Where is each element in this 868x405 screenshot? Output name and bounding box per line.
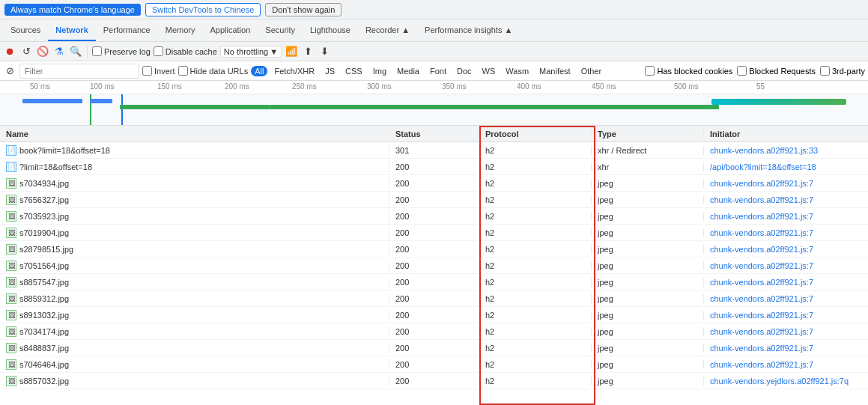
tick-500ms: 500 ms (674, 82, 699, 91)
cell-initiator: chunk-vendors.a02ff921.js:7 (704, 360, 868, 369)
tab-security[interactable]: Security (258, 19, 303, 41)
cell-status: 200 (389, 344, 479, 353)
upload-icon[interactable]: ⬆ (301, 45, 315, 58)
table-row[interactable]: 🖼 s7034934.jpg 200 h2 jpeg chunk-vendors… (0, 175, 868, 192)
tick-100ms: 100 ms (90, 82, 115, 91)
timeline-req-bar-1 (22, 99, 82, 103)
dont-show-button[interactable]: Don't show again (265, 3, 342, 16)
file-icon: 🖼 (6, 261, 16, 271)
filter-type-fetch-xhr[interactable]: Fetch/XHR (270, 66, 318, 76)
tab-performance[interactable]: Performance (96, 19, 158, 41)
file-icon: 🖼 (6, 277, 16, 287)
cell-protocol: h2 (479, 212, 592, 221)
header-name: Name (0, 130, 389, 138)
filter-type-wasm[interactable]: Wasm (502, 66, 532, 76)
file-icon: 🖼 (6, 228, 16, 238)
cell-protocol: h2 (479, 162, 592, 171)
throttle-arrow-icon: ▼ (270, 47, 278, 56)
disable-cache-checkbox[interactable] (154, 46, 163, 56)
cell-name: 🖼 s7019904.jpg (0, 228, 389, 238)
table-row[interactable]: 🖼 s8859312.jpg 200 h2 jpeg chunk-vendors… (0, 290, 868, 307)
filter-type-img[interactable]: Img (369, 66, 390, 76)
cell-status: 200 (389, 278, 479, 287)
cell-type: jpeg (592, 377, 704, 386)
cell-initiator: chunk-vendors.a02ff921.js:7 (704, 294, 868, 303)
table-row[interactable]: 🖼 s28798515.jpg 200 h2 jpeg chunk-vendor… (0, 241, 868, 258)
filter-type-font[interactable]: Font (426, 66, 450, 76)
filter-icon[interactable]: ⚗ (52, 45, 66, 58)
download-icon[interactable]: ⬇ (318, 45, 331, 58)
invert-label: Invert (142, 66, 175, 76)
invert-checkbox[interactable] (142, 66, 152, 76)
match-language-button[interactable]: Always match Chrome's language (4, 4, 141, 16)
file-icon: 🖼 (6, 359, 16, 370)
table-row[interactable]: 🖼 s8488837.jpg 200 h2 jpeg chunk-vendors… (0, 340, 868, 356)
throttle-dropdown[interactable]: No throttling ▼ (220, 46, 282, 58)
filter-type-js[interactable]: JS (321, 66, 339, 76)
tab-recorder[interactable]: Recorder ▲ (358, 19, 417, 41)
record-icon[interactable]: ⏺ (3, 45, 16, 58)
has-blocked-checkbox[interactable] (645, 66, 655, 76)
table-row[interactable]: 🖼 s7035923.jpg 200 h2 jpeg chunk-vendors… (0, 208, 868, 225)
table-row[interactable]: 🖼 s8913032.jpg 200 h2 jpeg chunk-vendors… (0, 307, 868, 323)
tick-200ms: 200 ms (225, 82, 249, 91)
filter-type-ws[interactable]: WS (479, 66, 500, 76)
tab-network[interactable]: Network (48, 19, 95, 41)
table-row[interactable]: 🖼 s7656327.jpg 200 h2 jpeg chunk-vendors… (0, 192, 868, 208)
filter-type-media[interactable]: Media (393, 66, 423, 76)
filter-type-all[interactable]: All (251, 66, 267, 76)
table-row[interactable]: 📄 book?limit=18&offset=18 301 h2 xhr / R… (0, 142, 868, 159)
cell-protocol: h2 (479, 278, 592, 287)
tab-performance-insights[interactable]: Performance insights ▲ (417, 19, 520, 41)
header-type: Type (592, 130, 704, 138)
cell-name: 🖼 s8913032.jpg (0, 310, 389, 320)
search-icon[interactable]: 🔍 (69, 45, 82, 58)
refresh-icon[interactable]: ↺ (19, 45, 33, 58)
hide-data-urls-label: Hide data URLs (178, 66, 249, 76)
cell-type: jpeg (592, 327, 704, 336)
table-row[interactable]: 📄 ?limit=18&offset=18 200 h2 xhr /api/bo… (0, 159, 868, 175)
tick-50ms: 50 ms (30, 82, 50, 91)
cell-name: 🖼 s8857547.jpg (0, 277, 389, 287)
cell-type: jpeg (592, 195, 704, 204)
table-row[interactable]: 🖼 s7019904.jpg 200 h2 jpeg chunk-vendors… (0, 225, 868, 241)
cell-type: jpeg (592, 261, 704, 270)
third-party-checkbox[interactable] (820, 66, 830, 76)
timeline-teal-bar (711, 99, 846, 105)
filter-input[interactable] (19, 64, 139, 79)
filter-type-css[interactable]: CSS (342, 66, 366, 76)
filter-type-manifest[interactable]: Manifest (535, 66, 574, 76)
file-icon: 📄 (6, 145, 16, 156)
table-row[interactable]: 🖼 s7051564.jpg 200 h2 jpeg chunk-vendors… (0, 258, 868, 274)
tab-application[interactable]: Application (202, 19, 258, 41)
table-row[interactable]: 🖼 s7046464.jpg 200 h2 jpeg chunk-vendors… (0, 356, 868, 373)
tab-sources[interactable]: Sources (3, 19, 48, 41)
cell-initiator: chunk-vendors.a02ff921.js:7 (704, 212, 868, 221)
filter-type-other[interactable]: Other (577, 66, 606, 76)
clear-icon[interactable]: 🚫 (36, 45, 49, 58)
table-row[interactable]: 🖼 s8857032.jpg 200 h2 jpeg chunk-vendors… (0, 373, 868, 389)
table-row[interactable]: 🖼 s8857547.jpg 200 h2 jpeg chunk-vendors… (0, 274, 868, 290)
cell-protocol: h2 (479, 195, 592, 204)
cell-protocol: h2 (479, 377, 592, 386)
timeline-blue-marker (121, 94, 123, 126)
tab-bar: Sources Network Performance Memory Appli… (0, 19, 868, 42)
timeline-bar-area[interactable] (0, 94, 868, 126)
tick-250ms: 250 ms (292, 82, 317, 91)
cell-type: jpeg (592, 212, 704, 221)
tab-memory[interactable]: Memory (158, 19, 203, 41)
cell-type: jpeg (592, 311, 704, 320)
tick-350ms: 350 ms (442, 82, 467, 91)
preserve-log-checkbox[interactable] (92, 46, 102, 56)
filter-block-icon[interactable]: ⊘ (3, 64, 16, 78)
filter-type-doc[interactable]: Doc (453, 66, 476, 76)
blocked-requests-checkbox[interactable] (737, 66, 747, 76)
tick-400ms: 400 ms (517, 82, 541, 91)
filter-bar: ⊘ Invert Hide data URLs All Fetch/XHR JS… (0, 61, 868, 81)
tab-lighthouse[interactable]: Lighthouse (303, 19, 358, 41)
switch-devtools-button[interactable]: Switch DevTools to Chinese (145, 3, 261, 16)
wifi-icon[interactable]: 📶 (285, 45, 298, 58)
table-header: Name Status Protocol Type Initiator (0, 126, 868, 142)
hide-data-urls-checkbox[interactable] (178, 66, 188, 76)
table-row[interactable]: 🖼 s7034174.jpg 200 h2 jpeg chunk-vendors… (0, 323, 868, 340)
